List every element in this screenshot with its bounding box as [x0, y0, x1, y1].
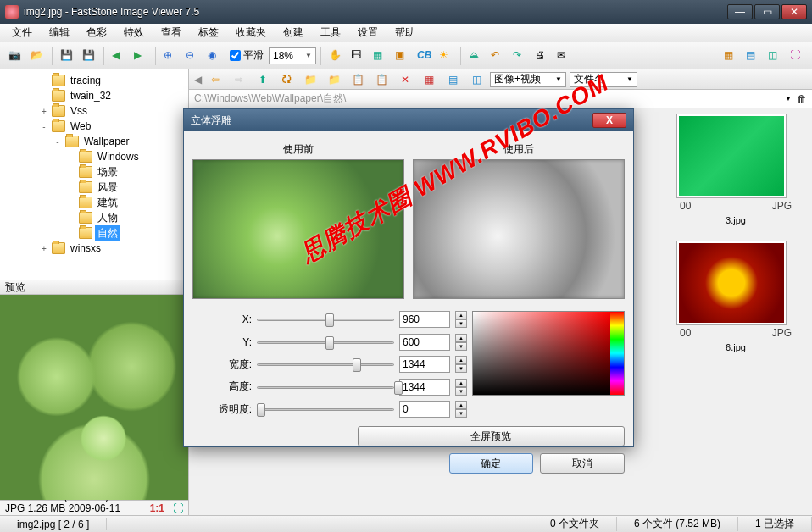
- minimize-button[interactable]: —: [727, 4, 753, 19]
- menu-file[interactable]: 文件: [5, 24, 39, 42]
- preview-after[interactable]: [413, 159, 625, 299]
- fit-icon[interactable]: ⛶: [173, 502, 183, 514]
- nav-back-icon[interactable]: ⇦: [205, 69, 225, 90]
- menu-effect[interactable]: 特效: [117, 24, 151, 42]
- tree-node[interactable]: 建筑: [2, 195, 186, 210]
- menu-favorites[interactable]: 收藏夹: [229, 24, 273, 42]
- filter-combo[interactable]: 图像+视频▼: [490, 72, 566, 87]
- tree-node[interactable]: -Wallpaper: [2, 134, 186, 149]
- thumbnail-item[interactable]: 00JPG 6.jpg: [676, 241, 795, 354]
- menu-create[interactable]: 创建: [276, 24, 310, 42]
- folder-tree[interactable]: tracing twain_32 +Vss -Web -Wallpaper Wi…: [0, 69, 188, 280]
- hue-slider[interactable]: [610, 312, 624, 395]
- acquire-icon[interactable]: 📷: [5, 46, 25, 66]
- nav-fav-icon[interactable]: 📁: [300, 69, 320, 90]
- resize-icon[interactable]: ▣: [392, 46, 412, 66]
- y-slider[interactable]: [257, 335, 394, 350]
- rotateleft-icon[interactable]: ↶: [487, 46, 508, 66]
- ratio-icon[interactable]: 1:1: [150, 502, 164, 514]
- menu-view[interactable]: 查看: [154, 24, 188, 42]
- view-split-icon[interactable]: ◫: [765, 46, 785, 66]
- tree-node[interactable]: Windows: [2, 149, 186, 164]
- preview-before[interactable]: [192, 159, 404, 299]
- tree-node[interactable]: -Web: [2, 119, 186, 134]
- path-bar[interactable]: C:\Windows\Web\Wallpaper\自然\ ▼ 🗑: [189, 90, 812, 108]
- nav-selectall-icon[interactable]: ▦: [419, 69, 439, 90]
- nav-up-icon[interactable]: ⬆: [253, 69, 273, 90]
- tree-node[interactable]: +Vss: [2, 103, 186, 119]
- tree-node[interactable]: tracing: [2, 73, 186, 88]
- color-picker[interactable]: [472, 311, 625, 396]
- tree-node[interactable]: +winsxs: [2, 241, 186, 256]
- email-icon[interactable]: ✉: [553, 46, 574, 66]
- nav-copy-icon[interactable]: 📋: [348, 69, 368, 90]
- dialog-close-button[interactable]: X: [592, 113, 626, 128]
- print-icon[interactable]: 🖨: [531, 46, 552, 66]
- nav-refresh-icon[interactable]: 🗘: [276, 69, 297, 90]
- thumbnail-item[interactable]: 00JPG 3.jpg: [676, 114, 795, 227]
- menu-tools[interactable]: 工具: [314, 24, 348, 42]
- x-slider[interactable]: [257, 312, 394, 327]
- tree-node[interactable]: 人物: [2, 210, 186, 225]
- nav-delete-icon[interactable]: ✕: [395, 69, 415, 90]
- menu-edit[interactable]: 编辑: [42, 24, 76, 42]
- adjust-icon[interactable]: ☀: [436, 46, 456, 66]
- sort-combo[interactable]: 文件名▼: [570, 72, 637, 87]
- opacity-spinner[interactable]: ▲▼: [455, 401, 467, 418]
- menu-color[interactable]: 色彩: [80, 24, 114, 42]
- trash-icon[interactable]: 🗑: [797, 93, 807, 105]
- hand-icon[interactable]: ✋: [325, 46, 346, 66]
- x-spinner[interactable]: ▲▼: [455, 311, 467, 328]
- preview-image[interactable]: [0, 295, 188, 500]
- fullpreview-button[interactable]: 全屏预览: [358, 426, 625, 446]
- nav-newfolder-icon[interactable]: 📁: [324, 69, 344, 90]
- smooth-checkbox[interactable]: 平滑: [226, 48, 267, 63]
- wallpaper-icon[interactable]: ⛰: [465, 46, 486, 66]
- opacity-input[interactable]: 0: [399, 401, 450, 418]
- cancel-button[interactable]: 取消: [540, 453, 625, 474]
- open-icon[interactable]: 📂: [27, 46, 47, 66]
- rotateright-icon[interactable]: ↷: [509, 46, 530, 66]
- folder-icon: [52, 75, 65, 86]
- save-icon[interactable]: 💾: [57, 46, 77, 66]
- view-list-icon[interactable]: ▤: [742, 46, 763, 66]
- compare-icon[interactable]: ▦: [370, 46, 390, 66]
- drawboard-icon[interactable]: CB: [414, 46, 434, 66]
- opacity-slider[interactable]: [257, 402, 394, 417]
- y-input[interactable]: 600: [399, 334, 450, 351]
- slideshow-icon[interactable]: 🎞: [348, 46, 368, 66]
- x-input[interactable]: 960: [399, 311, 450, 328]
- menu-tag[interactable]: 标签: [192, 24, 225, 42]
- nav-paste-icon[interactable]: 📋: [371, 69, 392, 90]
- zoomactual-icon[interactable]: ◉: [204, 46, 225, 66]
- nav-collapse-icon[interactable]: ◀: [194, 74, 202, 86]
- tree-node-selected[interactable]: 自然: [2, 225, 186, 241]
- zoomout-icon[interactable]: ⊖: [182, 46, 203, 66]
- fullscreen-icon[interactable]: ⛶: [787, 46, 807, 66]
- menu-settings[interactable]: 设置: [351, 24, 385, 42]
- width-spinner[interactable]: ▲▼: [455, 356, 467, 373]
- nav-list-icon[interactable]: ▤: [442, 69, 463, 90]
- prev-icon[interactable]: ◀: [108, 46, 129, 66]
- zoomin-icon[interactable]: ⊕: [160, 46, 181, 66]
- tree-node[interactable]: 场景: [2, 164, 186, 180]
- saveas-icon[interactable]: 💾: [79, 46, 99, 66]
- width-input[interactable]: 1344: [399, 356, 450, 373]
- y-spinner[interactable]: ▲▼: [455, 334, 467, 351]
- zoom-combo[interactable]: 18%▼: [269, 47, 316, 64]
- view-thumbs-icon[interactable]: ▦: [720, 46, 741, 66]
- height-input[interactable]: 1344: [399, 379, 450, 396]
- maximize-button[interactable]: ▭: [754, 4, 780, 19]
- height-slider[interactable]: [257, 380, 394, 395]
- menu-help[interactable]: 帮助: [388, 24, 422, 42]
- tree-node[interactable]: 风景: [2, 180, 186, 195]
- width-slider[interactable]: [257, 357, 394, 372]
- nav-thumbsize-icon[interactable]: ◫: [466, 69, 487, 90]
- tree-node[interactable]: twain_32: [2, 88, 186, 103]
- dialog-titlebar[interactable]: 立体浮雕 X: [184, 109, 633, 131]
- close-button[interactable]: ✕: [781, 4, 807, 19]
- ok-button[interactable]: 确定: [449, 453, 534, 474]
- nav-fwd-icon[interactable]: ⇨: [229, 69, 249, 90]
- height-spinner[interactable]: ▲▼: [455, 379, 467, 396]
- next-icon[interactable]: ▶: [131, 46, 151, 66]
